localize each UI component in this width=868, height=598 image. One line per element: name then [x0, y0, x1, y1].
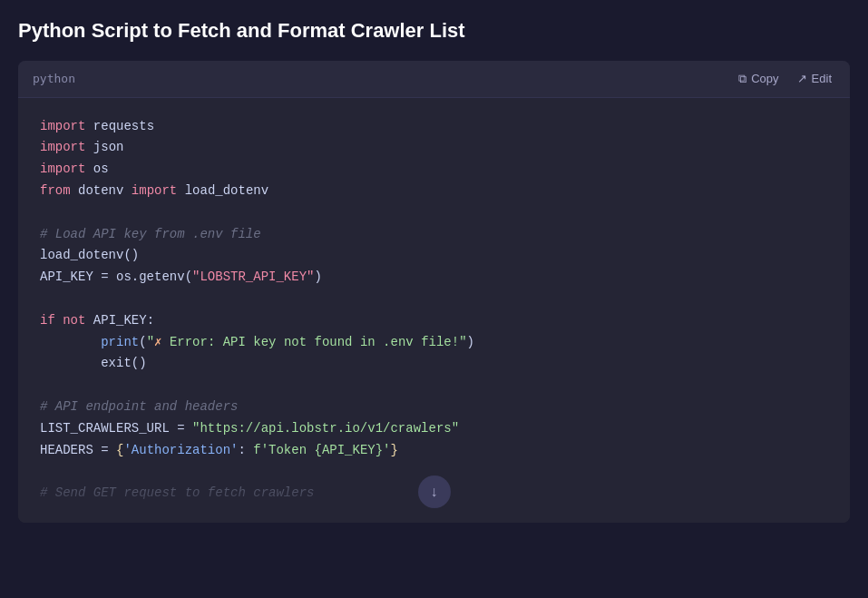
- code-block: python ⧉ Copy ↗ Edit import requests imp…: [18, 61, 850, 523]
- scroll-down-button[interactable]: ↓: [418, 475, 451, 508]
- copy-icon: ⧉: [738, 72, 746, 86]
- page-container: Python Script to Fetch and Format Crawle…: [0, 0, 868, 598]
- code-actions: ⧉ Copy ↗ Edit: [735, 70, 835, 88]
- copy-button[interactable]: ⧉ Copy: [735, 70, 782, 88]
- code-pre: import requests import json import os fr…: [40, 116, 828, 505]
- code-block-header: python ⧉ Copy ↗ Edit: [18, 61, 850, 98]
- page-title: Python Script to Fetch and Format Crawle…: [18, 18, 850, 44]
- edit-icon: ↗: [797, 72, 807, 85]
- chevron-down-icon: ↓: [431, 484, 438, 500]
- edit-button[interactable]: ↗ Edit: [794, 70, 835, 87]
- code-language-label: python: [33, 72, 75, 85]
- code-content: import requests import json import os fr…: [18, 98, 850, 523]
